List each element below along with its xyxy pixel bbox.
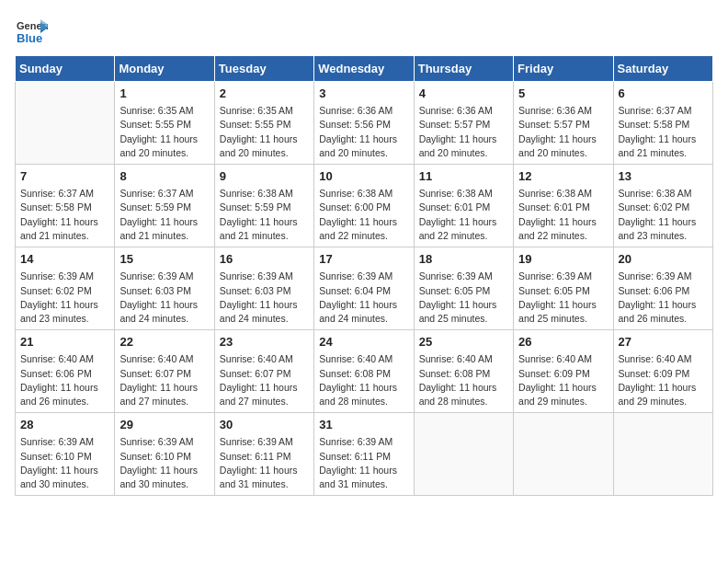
calendar-cell: 6Sunrise: 6:37 AM Sunset: 5:58 PM Daylig… xyxy=(613,82,712,165)
day-number: 3 xyxy=(319,86,408,102)
calendar-cell: 5Sunrise: 6:36 AM Sunset: 5:57 PM Daylig… xyxy=(514,82,613,165)
calendar-cell: 22Sunrise: 6:40 AM Sunset: 6:07 PM Dayli… xyxy=(115,330,214,413)
weekday-header-monday: Monday xyxy=(115,56,214,82)
day-info: Sunrise: 6:40 AM Sunset: 6:09 PM Dayligh… xyxy=(619,352,708,408)
day-number: 27 xyxy=(619,334,708,350)
day-number: 6 xyxy=(619,86,708,102)
calendar-cell: 1Sunrise: 6:35 AM Sunset: 5:55 PM Daylig… xyxy=(115,82,214,165)
weekday-header-tuesday: Tuesday xyxy=(214,56,313,82)
day-number: 24 xyxy=(319,334,408,350)
day-info: Sunrise: 6:38 AM Sunset: 6:01 PM Dayligh… xyxy=(419,187,508,243)
day-info: Sunrise: 6:36 AM Sunset: 5:57 PM Dayligh… xyxy=(419,104,508,160)
day-number: 16 xyxy=(220,251,309,268)
day-info: Sunrise: 6:39 AM Sunset: 6:10 PM Dayligh… xyxy=(20,435,109,491)
calendar-cell: 28Sunrise: 6:39 AM Sunset: 6:10 PM Dayli… xyxy=(16,413,115,496)
calendar-cell xyxy=(613,413,712,496)
day-number: 19 xyxy=(518,251,608,268)
day-info: Sunrise: 6:39 AM Sunset: 6:04 PM Dayligh… xyxy=(319,270,408,326)
day-number: 26 xyxy=(518,334,608,350)
day-info: Sunrise: 6:36 AM Sunset: 5:56 PM Dayligh… xyxy=(319,104,408,160)
calendar-week-2: 7Sunrise: 6:37 AM Sunset: 5:58 PM Daylig… xyxy=(16,165,713,247)
calendar-week-4: 21Sunrise: 6:40 AM Sunset: 6:06 PM Dayli… xyxy=(16,330,713,413)
day-info: Sunrise: 6:39 AM Sunset: 6:10 PM Dayligh… xyxy=(119,435,209,491)
day-number: 1 xyxy=(119,86,209,102)
calendar-cell: 17Sunrise: 6:39 AM Sunset: 6:04 PM Dayli… xyxy=(314,247,414,330)
calendar-cell: 24Sunrise: 6:40 AM Sunset: 6:08 PM Dayli… xyxy=(314,330,414,413)
day-info: Sunrise: 6:38 AM Sunset: 6:02 PM Dayligh… xyxy=(619,187,708,243)
day-info: Sunrise: 6:37 AM Sunset: 5:59 PM Dayligh… xyxy=(119,187,209,243)
calendar-cell: 9Sunrise: 6:38 AM Sunset: 5:59 PM Daylig… xyxy=(214,165,313,247)
weekday-header-wednesday: Wednesday xyxy=(314,56,414,82)
calendar-cell: 15Sunrise: 6:39 AM Sunset: 6:03 PM Dayli… xyxy=(115,247,214,330)
calendar-cell: 23Sunrise: 6:40 AM Sunset: 6:07 PM Dayli… xyxy=(214,330,313,413)
day-info: Sunrise: 6:38 AM Sunset: 6:01 PM Dayligh… xyxy=(518,187,608,243)
weekday-header-saturday: Saturday xyxy=(613,56,712,82)
day-number: 29 xyxy=(119,417,209,433)
logo: General Blue xyxy=(15,15,50,48)
day-info: Sunrise: 6:40 AM Sunset: 6:07 PM Dayligh… xyxy=(220,352,309,408)
day-number: 13 xyxy=(619,168,708,185)
weekday-header-sunday: Sunday xyxy=(16,56,115,82)
day-number: 7 xyxy=(20,168,109,185)
day-number: 14 xyxy=(20,251,109,268)
calendar-header-row: SundayMondayTuesdayWednesdayThursdayFrid… xyxy=(16,56,713,82)
calendar-body: 1Sunrise: 6:35 AM Sunset: 5:55 PM Daylig… xyxy=(16,82,713,496)
day-number: 28 xyxy=(20,417,109,433)
calendar-cell: 4Sunrise: 6:36 AM Sunset: 5:57 PM Daylig… xyxy=(414,82,513,165)
logo-icon: General Blue xyxy=(15,15,48,48)
day-number: 20 xyxy=(619,251,708,268)
day-info: Sunrise: 6:40 AM Sunset: 6:08 PM Dayligh… xyxy=(419,352,508,408)
day-number: 25 xyxy=(419,334,508,350)
day-info: Sunrise: 6:39 AM Sunset: 6:06 PM Dayligh… xyxy=(619,270,708,326)
day-number: 18 xyxy=(419,251,508,268)
day-info: Sunrise: 6:40 AM Sunset: 6:09 PM Dayligh… xyxy=(518,352,608,408)
calendar-cell: 30Sunrise: 6:39 AM Sunset: 6:11 PM Dayli… xyxy=(214,413,313,496)
day-number: 15 xyxy=(119,251,209,268)
day-info: Sunrise: 6:40 AM Sunset: 6:08 PM Dayligh… xyxy=(319,352,408,408)
calendar-cell: 29Sunrise: 6:39 AM Sunset: 6:10 PM Dayli… xyxy=(115,413,214,496)
calendar-cell: 26Sunrise: 6:40 AM Sunset: 6:09 PM Dayli… xyxy=(514,330,613,413)
day-number: 11 xyxy=(419,168,508,185)
day-number: 23 xyxy=(220,334,309,350)
calendar-cell: 14Sunrise: 6:39 AM Sunset: 6:02 PM Dayli… xyxy=(16,247,115,330)
day-info: Sunrise: 6:39 AM Sunset: 6:05 PM Dayligh… xyxy=(419,270,508,326)
calendar-cell: 8Sunrise: 6:37 AM Sunset: 5:59 PM Daylig… xyxy=(115,165,214,247)
calendar-cell: 31Sunrise: 6:39 AM Sunset: 6:11 PM Dayli… xyxy=(314,413,414,496)
calendar-cell xyxy=(414,413,513,496)
calendar-week-3: 14Sunrise: 6:39 AM Sunset: 6:02 PM Dayli… xyxy=(16,247,713,330)
calendar-cell: 16Sunrise: 6:39 AM Sunset: 6:03 PM Dayli… xyxy=(214,247,313,330)
day-number: 9 xyxy=(220,168,309,185)
calendar-cell: 21Sunrise: 6:40 AM Sunset: 6:06 PM Dayli… xyxy=(16,330,115,413)
day-info: Sunrise: 6:39 AM Sunset: 6:03 PM Dayligh… xyxy=(119,270,209,326)
day-number: 17 xyxy=(319,251,408,268)
calendar-week-5: 28Sunrise: 6:39 AM Sunset: 6:10 PM Dayli… xyxy=(16,413,713,496)
day-info: Sunrise: 6:37 AM Sunset: 5:58 PM Dayligh… xyxy=(20,187,109,243)
calendar-week-1: 1Sunrise: 6:35 AM Sunset: 5:55 PM Daylig… xyxy=(16,82,713,165)
svg-text:Blue: Blue xyxy=(17,31,42,45)
day-info: Sunrise: 6:37 AM Sunset: 5:58 PM Dayligh… xyxy=(619,104,708,160)
day-number: 4 xyxy=(419,86,508,102)
calendar-cell: 12Sunrise: 6:38 AM Sunset: 6:01 PM Dayli… xyxy=(514,165,613,247)
day-number: 2 xyxy=(220,86,309,102)
calendar-table: SundayMondayTuesdayWednesdayThursdayFrid… xyxy=(15,55,713,496)
day-info: Sunrise: 6:38 AM Sunset: 5:59 PM Dayligh… xyxy=(220,187,309,243)
calendar-cell: 27Sunrise: 6:40 AM Sunset: 6:09 PM Dayli… xyxy=(613,330,712,413)
calendar-cell: 2Sunrise: 6:35 AM Sunset: 5:55 PM Daylig… xyxy=(214,82,313,165)
calendar-cell: 7Sunrise: 6:37 AM Sunset: 5:58 PM Daylig… xyxy=(16,165,115,247)
calendar-cell: 18Sunrise: 6:39 AM Sunset: 6:05 PM Dayli… xyxy=(414,247,513,330)
calendar-cell: 19Sunrise: 6:39 AM Sunset: 6:05 PM Dayli… xyxy=(514,247,613,330)
day-number: 8 xyxy=(119,168,209,185)
day-number: 30 xyxy=(220,417,309,433)
day-info: Sunrise: 6:39 AM Sunset: 6:02 PM Dayligh… xyxy=(20,270,109,326)
calendar-cell: 11Sunrise: 6:38 AM Sunset: 6:01 PM Dayli… xyxy=(414,165,513,247)
day-info: Sunrise: 6:39 AM Sunset: 6:11 PM Dayligh… xyxy=(220,435,309,491)
calendar-cell: 10Sunrise: 6:38 AM Sunset: 6:00 PM Dayli… xyxy=(314,165,414,247)
day-number: 5 xyxy=(518,86,608,102)
day-number: 31 xyxy=(319,417,408,433)
day-number: 10 xyxy=(319,168,408,185)
day-number: 12 xyxy=(518,168,608,185)
day-info: Sunrise: 6:40 AM Sunset: 6:06 PM Dayligh… xyxy=(20,352,109,408)
calendar-cell xyxy=(16,82,115,165)
day-info: Sunrise: 6:38 AM Sunset: 6:00 PM Dayligh… xyxy=(319,187,408,243)
day-info: Sunrise: 6:39 AM Sunset: 6:05 PM Dayligh… xyxy=(518,270,608,326)
